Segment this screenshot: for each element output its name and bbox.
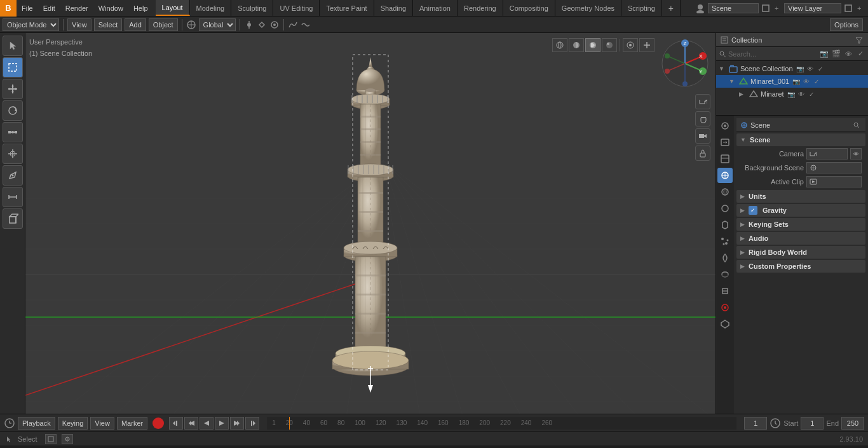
- tab-shading[interactable]: Shading: [374, 0, 413, 16]
- gravity-section-header[interactable]: ▶ ✓ Gravity: [736, 204, 865, 217]
- play-reverse-btn[interactable]: [200, 417, 214, 430]
- prop-scene-icon[interactable]: [717, 168, 733, 183]
- prop-data-icon[interactable]: [717, 283, 733, 299]
- prop-physics-icon[interactable]: [717, 250, 733, 266]
- outliner-render-filter[interactable]: 🎬: [831, 49, 841, 59]
- transform-orient-select[interactable]: Global: [199, 18, 236, 31]
- hand-btn[interactable]: [695, 111, 710, 126]
- outliner-select-filter[interactable]: ✓: [855, 49, 865, 59]
- annotate-tool[interactable]: [3, 165, 23, 186]
- nav-gizmo[interactable]: X Y Z: [660, 38, 710, 89]
- render-vis-icon[interactable]: 📷: [796, 64, 804, 73]
- prop-object-icon[interactable]: [717, 201, 733, 216]
- camera-eye-btn[interactable]: [850, 148, 862, 160]
- prop-object-data-icon[interactable]: [717, 316, 733, 332]
- proportional-icon[interactable]: [269, 20, 280, 30]
- m-render-icon[interactable]: 📷: [787, 90, 796, 98]
- exclude-icon[interactable]: ✓: [816, 64, 825, 73]
- camera-value[interactable]: [806, 148, 848, 160]
- active-clip-value[interactable]: [806, 176, 862, 187]
- step-back-btn[interactable]: [184, 417, 198, 430]
- add-menu-btn[interactable]: Add: [125, 18, 146, 31]
- pivot-icon[interactable]: [244, 20, 254, 30]
- tab-add[interactable]: +: [662, 0, 681, 16]
- scene-input[interactable]: [708, 3, 759, 13]
- tab-compositing[interactable]: Compositing: [503, 0, 555, 16]
- m-select-icon[interactable]: ✓: [807, 90, 816, 98]
- outliner-minaret001[interactable]: ▼ Minaret_001 📷 👁 ✓: [716, 75, 868, 88]
- cursor-tool[interactable]: [3, 36, 23, 56]
- tab-layout[interactable]: Layout: [156, 0, 190, 16]
- m-viewport-icon[interactable]: 👁: [797, 90, 806, 98]
- prop-constraints-icon[interactable]: [717, 267, 733, 282]
- measure-tool[interactable]: [3, 187, 23, 207]
- rigid-section-header[interactable]: ▶ Rigid Body World: [736, 246, 865, 259]
- wave-icon[interactable]: [301, 20, 311, 30]
- outliner-minaret[interactable]: ▶ Minaret 📷 👁 ✓: [716, 88, 868, 100]
- object-mode-select[interactable]: Object Mode: [3, 18, 59, 31]
- solid-btn[interactable]: [569, 38, 584, 52]
- user-icon[interactable]: [695, 3, 705, 13]
- outliner-viewport-filter[interactable]: 👁: [843, 49, 853, 59]
- tab-geometry-nodes[interactable]: Geometry Nodes: [555, 0, 621, 16]
- menu-file[interactable]: File: [17, 0, 38, 16]
- current-frame-input[interactable]: [744, 417, 767, 430]
- tab-rendering[interactable]: Rendering: [458, 0, 503, 16]
- viewport-vis-icon[interactable]: 👁: [806, 64, 815, 73]
- keying-section-header[interactable]: ▶ Keying Sets: [736, 218, 865, 231]
- cursor-indicator[interactable]: [62, 434, 73, 444]
- 3d-viewport[interactable]: User Perspective (1) Scene Collection X …: [25, 33, 715, 414]
- transform-tool[interactable]: [3, 144, 23, 164]
- gravity-checkbox[interactable]: ✓: [749, 206, 757, 215]
- camera-btn[interactable]: [695, 94, 710, 109]
- snap-icon[interactable]: [257, 20, 267, 30]
- view-btn[interactable]: View: [90, 417, 114, 430]
- prop-modifier-icon[interactable]: [717, 217, 733, 233]
- play-btn[interactable]: [215, 417, 229, 430]
- jump-end-btn[interactable]: [245, 417, 259, 430]
- m001-render-icon[interactable]: 📷: [792, 77, 801, 86]
- tab-scripting[interactable]: Scripting: [621, 0, 662, 16]
- options-btn[interactable]: Options: [830, 18, 863, 31]
- keying-btn[interactable]: Keying: [58, 417, 88, 430]
- outliner-scene-collection[interactable]: ▼ Scene Collection 📷 👁 ✓: [716, 62, 868, 75]
- menu-render[interactable]: Render: [60, 0, 93, 16]
- start-frame-input[interactable]: [801, 417, 824, 430]
- tab-uv-editing[interactable]: UV Editing: [273, 0, 320, 16]
- new-view-layer-icon[interactable]: +: [855, 4, 864, 13]
- outliner-filter-btn[interactable]: [854, 35, 864, 45]
- tab-sculpting[interactable]: Sculpting: [231, 0, 273, 16]
- step-forward-btn[interactable]: [230, 417, 244, 430]
- prop-particles-icon[interactable]: [717, 234, 733, 249]
- audio-section-header[interactable]: ▶ Audio: [736, 232, 865, 245]
- m001-exclude-icon[interactable]: ✓: [812, 77, 821, 86]
- tab-animation[interactable]: Animation: [413, 0, 458, 16]
- end-frame-input[interactable]: [841, 417, 864, 430]
- jump-start-btn[interactable]: [169, 417, 183, 430]
- object-menu-btn[interactable]: Object: [149, 18, 178, 31]
- menu-window[interactable]: Window: [93, 0, 128, 16]
- custom-section-header[interactable]: ▶ Custom Properties: [736, 260, 865, 273]
- prop-world-icon[interactable]: [717, 184, 733, 200]
- add-cube-tool[interactable]: [3, 208, 23, 229]
- scale-tool[interactable]: [3, 122, 23, 142]
- prop-material-icon[interactable]: [717, 300, 733, 315]
- units-section-header[interactable]: ▶ Units: [736, 190, 865, 203]
- move-tool[interactable]: [3, 79, 23, 99]
- view-menu-btn[interactable]: View: [67, 18, 92, 31]
- marker-btn[interactable]: Marker: [117, 417, 147, 430]
- tab-modeling[interactable]: Modeling: [190, 0, 232, 16]
- wireframe-btn[interactable]: [552, 38, 567, 52]
- material-preview-btn[interactable]: [585, 38, 600, 52]
- record-btn[interactable]: [153, 417, 164, 429]
- prop-render-icon[interactable]: [717, 118, 733, 133]
- render-preview-btn[interactable]: [602, 38, 617, 52]
- select-box-tool[interactable]: [3, 57, 23, 78]
- prop-search-btn[interactable]: [851, 120, 862, 130]
- new-scene-icon[interactable]: +: [773, 4, 782, 13]
- curve-icon[interactable]: [288, 20, 298, 30]
- tab-texture-paint[interactable]: Texture Paint: [320, 0, 374, 16]
- overlay-btn[interactable]: [623, 38, 638, 52]
- rotate-tool[interactable]: [3, 100, 23, 121]
- menu-edit[interactable]: Edit: [38, 0, 60, 16]
